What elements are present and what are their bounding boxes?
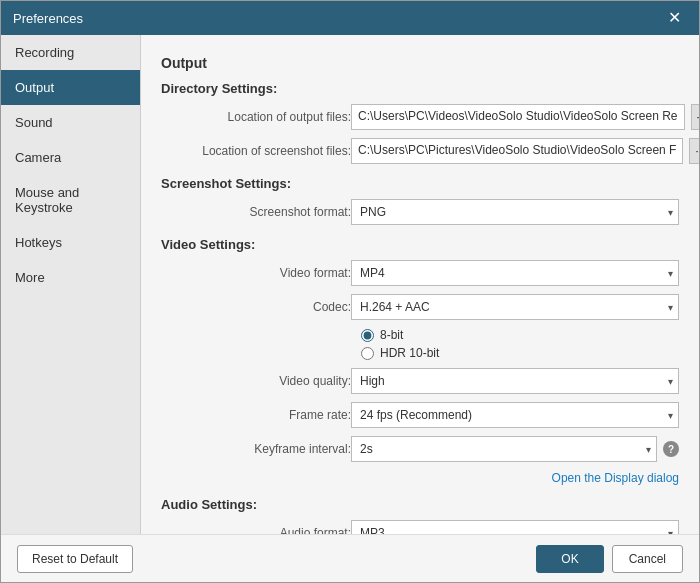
audio-settings-title: Audio Settings: — [161, 497, 679, 512]
sidebar-item-hotkeys[interactable]: Hotkeys — [1, 225, 140, 260]
screenshot-settings-title: Screenshot Settings: — [161, 176, 679, 191]
open-display-link[interactable]: Open the Display dialog — [552, 471, 679, 485]
sidebar-item-mouse-and-keystroke[interactable]: Mouse and Keystroke — [1, 175, 140, 225]
output-files-row: Location of output files: C:\Users\PC\Vi… — [161, 104, 679, 130]
video-settings-title: Video Settings: — [161, 237, 679, 252]
codec-select[interactable]: H.264 + AAC H.265 + AAC — [351, 294, 679, 320]
sidebar: Recording Output Sound Camera Mouse and … — [1, 35, 141, 534]
radio-8bit-input[interactable] — [361, 329, 374, 342]
footer-right-buttons: OK Cancel — [536, 545, 683, 573]
sidebar-item-more[interactable]: More — [1, 260, 140, 295]
keyframe-label: Keyframe interval: — [161, 442, 351, 456]
directory-settings-title: Directory Settings: — [161, 81, 679, 96]
screenshot-format-select[interactable]: PNG JPG BMP — [351, 199, 679, 225]
video-format-row: Video format: MP4 MOV AVI ▾ — [161, 260, 679, 286]
keyframe-select[interactable]: 2s 5s 10s — [351, 436, 657, 462]
frame-rate-wrapper: 24 fps (Recommend) 30 fps 60 fps ▾ — [351, 402, 679, 428]
codec-row: Codec: H.264 + AAC H.265 + AAC ▾ — [161, 294, 679, 320]
video-quality-control: High Medium Low Lossless ▾ — [351, 368, 679, 394]
screenshot-files-row: Location of screenshot files: C:\Users\P… — [161, 138, 679, 164]
codec-control: H.264 + AAC H.265 + AAC ▾ — [351, 294, 679, 320]
video-format-control: MP4 MOV AVI ▾ — [351, 260, 679, 286]
keyframe-row: Keyframe interval: 2s 5s 10s ▾ ? — [161, 436, 679, 462]
audio-format-label: Audio format: — [161, 526, 351, 534]
open-display-link-container: Open the Display dialog — [161, 470, 679, 485]
sidebar-item-camera[interactable]: Camera — [1, 140, 140, 175]
preferences-dialog: Preferences ✕ Recording Output Sound Cam… — [0, 0, 700, 583]
sidebar-item-output[interactable]: Output — [1, 70, 140, 105]
audio-format-control: MP3 AAC WAV FLAC ▾ — [351, 520, 679, 534]
radio-hdr-label: HDR 10-bit — [380, 346, 439, 360]
video-quality-select[interactable]: High Medium Low Lossless — [351, 368, 679, 394]
screenshot-format-row: Screenshot format: PNG JPG BMP ▾ — [161, 199, 679, 225]
audio-format-wrapper: MP3 AAC WAV FLAC ▾ — [351, 520, 679, 534]
frame-rate-control: 24 fps (Recommend) 30 fps 60 fps ▾ — [351, 402, 679, 428]
codec-label: Codec: — [161, 300, 351, 314]
bit-depth-group: 8-bit HDR 10-bit — [361, 328, 679, 360]
help-icon[interactable]: ? — [663, 441, 679, 457]
frame-rate-label: Frame rate: — [161, 408, 351, 422]
audio-format-row: Audio format: MP3 AAC WAV FLAC ▾ — [161, 520, 679, 534]
sidebar-item-sound[interactable]: Sound — [1, 105, 140, 140]
output-files-control: C:\Users\PC\Videos\VideoSolo Studio\Vide… — [351, 104, 699, 130]
main-panel: Output Directory Settings: Location of o… — [141, 35, 699, 534]
screenshot-files-control: C:\Users\PC\Pictures\VideoSolo Studio\Vi… — [351, 138, 699, 164]
keyframe-control: 2s 5s 10s ▾ ? — [351, 436, 679, 462]
output-files-value: C:\Users\PC\Videos\VideoSolo Studio\Vide… — [351, 104, 685, 130]
title-bar: Preferences ✕ — [1, 1, 699, 35]
dialog-content: Recording Output Sound Camera Mouse and … — [1, 35, 699, 534]
video-quality-label: Video quality: — [161, 374, 351, 388]
output-files-label: Location of output files: — [161, 110, 351, 124]
sidebar-item-recording[interactable]: Recording — [1, 35, 140, 70]
screenshot-files-value: C:\Users\PC\Pictures\VideoSolo Studio\Vi… — [351, 138, 683, 164]
screenshot-format-label: Screenshot format: — [161, 205, 351, 219]
video-quality-row: Video quality: High Medium Low Lossless … — [161, 368, 679, 394]
reset-to-default-button[interactable]: Reset to Default — [17, 545, 133, 573]
video-format-select[interactable]: MP4 MOV AVI — [351, 260, 679, 286]
screenshot-format-wrapper: PNG JPG BMP ▾ — [351, 199, 679, 225]
close-button[interactable]: ✕ — [662, 8, 687, 28]
radio-8bit-label: 8-bit — [380, 328, 403, 342]
keyframe-wrapper: 2s 5s 10s ▾ — [351, 436, 657, 462]
audio-format-select[interactable]: MP3 AAC WAV FLAC — [351, 520, 679, 534]
codec-wrapper: H.264 + AAC H.265 + AAC ▾ — [351, 294, 679, 320]
radio-8bit[interactable]: 8-bit — [361, 328, 679, 342]
video-format-label: Video format: — [161, 266, 351, 280]
video-quality-wrapper: High Medium Low Lossless ▾ — [351, 368, 679, 394]
frame-rate-row: Frame rate: 24 fps (Recommend) 30 fps 60… — [161, 402, 679, 428]
page-title: Output — [161, 55, 679, 71]
dialog-title: Preferences — [13, 11, 83, 26]
dialog-footer: Reset to Default OK Cancel — [1, 534, 699, 582]
radio-hdr-input[interactable] — [361, 347, 374, 360]
video-format-wrapper: MP4 MOV AVI ▾ — [351, 260, 679, 286]
cancel-button[interactable]: Cancel — [612, 545, 683, 573]
output-files-dots-button[interactable]: ··· — [691, 104, 699, 130]
screenshot-format-control: PNG JPG BMP ▾ — [351, 199, 679, 225]
frame-rate-select[interactable]: 24 fps (Recommend) 30 fps 60 fps — [351, 402, 679, 428]
radio-hdr[interactable]: HDR 10-bit — [361, 346, 679, 360]
screenshot-files-label: Location of screenshot files: — [161, 144, 351, 158]
ok-button[interactable]: OK — [536, 545, 603, 573]
screenshot-files-dots-button[interactable]: ··· — [689, 138, 699, 164]
